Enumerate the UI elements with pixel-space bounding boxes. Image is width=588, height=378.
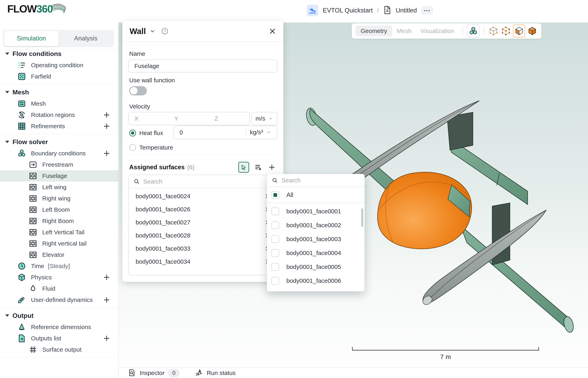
boundary-display-button[interactable]: [467, 24, 480, 38]
tree-item-left-vertical-tail[interactable]: Left Vertical Tail: [0, 227, 118, 238]
cube-edges-icon: [501, 26, 511, 36]
wall-function-toggle[interactable]: [129, 86, 147, 95]
select-all-row[interactable]: All: [267, 187, 364, 203]
viewport-tab-visualization[interactable]: Visualization: [416, 26, 459, 36]
tree-item-user-defined-dynamics[interactable]: User-defined dynamics: [0, 294, 118, 306]
tree-section-flow-conditions[interactable]: Flow conditions: [0, 48, 118, 60]
display-mode-shaded-button[interactable]: [513, 25, 525, 38]
display-mode-edges-button[interactable]: [500, 25, 511, 37]
help-icon[interactable]: ?: [161, 27, 168, 35]
name-field[interactable]: [128, 60, 277, 72]
more-options-button[interactable]: ⋯: [421, 6, 433, 15]
velocity-y-field[interactable]: [169, 112, 209, 125]
dropdown-scrollbar[interactable]: [361, 208, 363, 227]
dropdown-surface-row[interactable]: body0001_face0006: [267, 274, 364, 288]
display-mode-solid-button[interactable]: [527, 25, 538, 37]
breadcrumb-file[interactable]: Untitled: [396, 7, 417, 14]
tab-analysis[interactable]: Analysis: [59, 31, 113, 46]
logo-wave-icon: [52, 2, 66, 14]
assigned-surfaces-label: Assigned surfaces: [129, 164, 185, 171]
dropdown-search-input[interactable]: [281, 177, 360, 184]
dropdown-surface-row[interactable]: body0001_face0004: [267, 246, 364, 260]
tree-item-right-wing[interactable]: Right wing: [0, 193, 118, 204]
tree-item-rotation-regions[interactable]: Rotation regions: [0, 109, 118, 121]
surface-checkbox[interactable]: [271, 277, 279, 285]
tree-item-farfield[interactable]: Farfield: [0, 71, 118, 82]
dropdown-surface-row[interactable]: body0001_face0005: [267, 260, 364, 274]
panel-title: Wall: [130, 27, 146, 36]
tree-item-right-vertical-tail[interactable]: Right vertical tail: [0, 238, 118, 249]
divider: [0, 308, 118, 308]
tree-item-reference-dimensions[interactable]: Reference dimensions: [0, 322, 118, 333]
assigned-surfaces-header: Assigned surfaces (6): [129, 162, 277, 173]
surfaces-search-input[interactable]: [143, 178, 272, 185]
tree-item-right-boom[interactable]: Right Boom: [0, 215, 118, 227]
tree-item-operating-condition[interactable]: Operating condition: [0, 60, 118, 71]
run-status-button[interactable]: Run status: [207, 370, 235, 376]
tree-item-refinements[interactable]: Refinements: [0, 121, 118, 132]
inspector-button[interactable]: Inspector: [140, 370, 164, 376]
tab-simulation[interactable]: Simulation: [4, 31, 59, 46]
pick-surfaces-button[interactable]: [238, 162, 249, 173]
add-button[interactable]: [102, 148, 111, 158]
assigned-surface-row: body0001_face0027: [129, 216, 277, 229]
select-all-checkbox[interactable]: [271, 191, 279, 199]
assigned-surfaces-list: body0001_face0024body0001_face0026body00…: [129, 189, 277, 268]
dropdown-surface-row[interactable]: body0001_face0003: [267, 232, 364, 246]
surface-checkbox[interactable]: [271, 263, 279, 271]
tree-section-output[interactable]: Output: [0, 310, 118, 322]
tree-section-flow-solver[interactable]: Flow solver: [0, 136, 118, 148]
tree-item-outputs-list[interactable]: Outputs list: [0, 333, 118, 344]
chevron-down-icon[interactable]: [149, 28, 156, 34]
collapse-triangle-icon: [5, 314, 9, 317]
divider: [463, 26, 463, 36]
tree-item-boundary-conditions[interactable]: Boundary conditions: [0, 148, 118, 159]
inspector-count-badge: 0: [168, 369, 180, 377]
tree-section-mesh[interactable]: Mesh: [0, 86, 118, 98]
tree-item-left-boom[interactable]: Left Boom: [0, 204, 118, 215]
assigned-surface-row: body0001_face0024: [129, 189, 277, 203]
add-button[interactable]: [102, 121, 111, 131]
add-button[interactable]: [102, 295, 111, 305]
add-button[interactable]: [102, 272, 111, 282]
velocity-z-field[interactable]: [209, 112, 250, 125]
wall-icon: [28, 250, 38, 259]
tree-item-left-wing[interactable]: Left wing: [0, 182, 118, 193]
wall-icon: [28, 228, 38, 237]
flow360-logo[interactable]: FLOW360: [7, 3, 66, 15]
breadcrumb-project[interactable]: EVTOL Quickstart: [323, 7, 373, 14]
velocity-unit-select[interactable]: m/s: [252, 112, 277, 125]
assigned-surface-row: body0001_face0033: [129, 242, 277, 255]
viewport-tab-mesh[interactable]: Mesh: [392, 26, 416, 36]
tree-item-fuselage[interactable]: Fuselage: [0, 170, 118, 182]
heat-flux-unit-select[interactable]: kg/s³: [250, 129, 271, 136]
tree-item-surface-output[interactable]: Surface output: [0, 344, 118, 355]
heat-flux-radio[interactable]: [129, 130, 136, 136]
temperature-radio[interactable]: [129, 144, 136, 151]
add-button[interactable]: [102, 334, 111, 343]
tree-item-freestream[interactable]: Freestream: [0, 159, 118, 170]
velocity-unit-value: m/s: [255, 115, 265, 122]
surface-checkbox[interactable]: [271, 249, 279, 257]
dropdown-surface-row[interactable]: body0001_face0002: [267, 218, 364, 232]
project-icon[interactable]: [307, 5, 318, 16]
tree-item-fluid[interactable]: Fluid: [0, 283, 118, 294]
surface-checkbox[interactable]: [271, 207, 279, 215]
tree-item-physics[interactable]: Physics: [0, 272, 118, 283]
chevron-down-icon: [268, 116, 273, 121]
tree-item-time[interactable]: Time[Steady]: [0, 260, 118, 272]
add-button[interactable]: [102, 110, 111, 120]
heat-flux-label: Heat flux: [139, 130, 163, 136]
clear-list-button[interactable]: [254, 163, 263, 172]
add-surface-button[interactable]: [267, 163, 277, 172]
display-mode-vertices-button[interactable]: [488, 25, 499, 37]
velocity-x-field[interactable]: [128, 112, 169, 125]
surface-checkbox[interactable]: [271, 235, 279, 243]
fuselage-mesh[interactable]: [377, 172, 472, 249]
surface-checkbox[interactable]: [271, 221, 279, 229]
tree-item-mesh[interactable]: Mesh: [0, 98, 118, 109]
viewport-tab-geometry[interactable]: Geometry: [355, 26, 392, 36]
dropdown-surface-row[interactable]: body0001_face0001: [267, 204, 364, 218]
tree-item-elevator[interactable]: Elevator: [0, 249, 118, 260]
close-icon[interactable]: [269, 27, 276, 35]
